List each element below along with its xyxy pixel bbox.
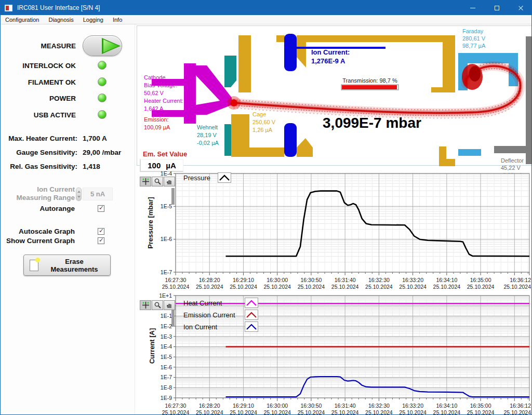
x-tick-time: 16:30:50 <box>300 277 322 283</box>
window-title: IRC081 User Interface [S/N 4] <box>17 4 100 11</box>
gauge-sensitivity-value: 29,00 /mbar <box>83 149 121 156</box>
x-tick-time: 16:30:00 <box>267 403 288 409</box>
cursor-tool-button[interactable] <box>140 300 151 310</box>
x-tick-time: 16:32:30 <box>368 277 390 283</box>
x-tick-time: 16:36:12 <box>510 403 531 409</box>
wehnelt-electrode-top <box>224 56 236 87</box>
x-tick-time: 16:30:00 <box>267 277 288 283</box>
autorange-label: Autorange <box>1 205 75 212</box>
emission-label: Emission: <box>144 116 169 123</box>
erase-measurements-button[interactable]: Erase Measurements <box>23 255 111 276</box>
ion-current-legend: Ion Current <box>183 322 258 332</box>
y-tick-label: 1E-6 <box>161 364 172 370</box>
x-tick-time: 16:35:00 <box>470 277 491 283</box>
menu-bar: Configuration Diagnosis Logging Info <box>1 15 532 24</box>
x-tick-date: 25.10.2024 <box>298 409 325 415</box>
pressure-legend-label: Pressure <box>183 174 210 182</box>
interlock-label: INTERLOCK OK <box>1 62 76 70</box>
x-tick-date: 25.10.2024 <box>433 409 461 415</box>
maximize-button[interactable] <box>485 1 509 15</box>
pressure-graph[interactable]: 1E-41E-51E-61E-716:27:3025.10.202416:28:… <box>137 166 532 291</box>
measure-toggle[interactable] <box>83 35 122 56</box>
emission-current-legend: Emission Current <box>183 310 258 320</box>
y-tick-label: 1E-7 <box>161 269 172 275</box>
pan-tool-button[interactable] <box>164 177 175 186</box>
x-tick-date: 25.10.2024 <box>365 284 393 290</box>
svg-text:98,77 µA: 98,77 µA <box>462 43 486 49</box>
zoom-tool-button[interactable] <box>152 300 163 310</box>
menu-logging[interactable]: Logging <box>78 16 108 24</box>
power-label: POWER <box>1 95 76 102</box>
max-heater-label: Max. Heater Current: <box>1 135 77 142</box>
heat-current-legend: Heat Current <box>183 298 258 308</box>
x-tick-date: 25.10.2024 <box>331 284 359 290</box>
pressure-readout: 3,099E-7 mbar <box>323 115 421 131</box>
x-tick-time: 16:27:30 <box>165 277 187 283</box>
x-tick-date: 25.10.2024 <box>230 409 257 415</box>
control-panel: MEASURE INTERLOCK OK FILAMENT OK POWER U… <box>1 24 135 415</box>
wehnelt-label: Wehnelt <box>197 124 218 130</box>
x-tick-time: 16:29:10 <box>233 277 254 283</box>
pressure-legend-sample[interactable] <box>218 172 231 183</box>
autorange-checkbox[interactable] <box>98 205 104 212</box>
transmission-label: Transmission: 98,7 % <box>342 77 397 84</box>
menu-info[interactable]: Info <box>108 16 127 24</box>
em-set-value-label: Em. Set Value <box>143 150 187 158</box>
pressure-legend: Pressure <box>183 172 231 183</box>
transmission-bar-fill <box>342 85 397 89</box>
svg-text:28,19 V: 28,19 V <box>197 132 217 138</box>
cathode-label: Cathode <box>144 74 166 81</box>
rel-gas-sensitivity-value: 1,418 <box>83 163 100 170</box>
pressure-axis-label: Pressure [mbar] <box>147 181 155 264</box>
extractor-electrode-bottom <box>284 123 297 157</box>
zoom-tool-button[interactable] <box>152 177 163 186</box>
y-tick-label: 1E-9 <box>161 395 172 401</box>
y-tick-label: 1E-8 <box>161 384 172 391</box>
x-tick-date: 25.10.2024 <box>433 284 461 290</box>
usb-label: USB ACTIVE <box>1 111 76 119</box>
svg-text:280,61 V: 280,61 V <box>462 35 486 42</box>
cursor-tool-button[interactable] <box>140 177 151 186</box>
minimize-icon <box>470 8 475 8</box>
y-tick-label: 1E-7 <box>161 374 172 380</box>
cathode-electrode <box>152 63 232 124</box>
menu-configuration[interactable]: Configuration <box>1 16 44 24</box>
svg-text:Bias Voltage:: Bias Voltage: <box>144 82 177 88</box>
title-bar: IRC081 User Interface [S/N 4] <box>1 1 532 15</box>
x-tick-time: 16:31:40 <box>335 403 356 409</box>
interlock-led <box>98 61 107 70</box>
menu-diagnosis[interactable]: Diagnosis <box>44 16 78 24</box>
x-tick-date: 25.10.2024 <box>399 284 427 290</box>
pan-tool-button[interactable] <box>164 300 175 310</box>
x-tick-time: 16:31:40 <box>335 277 356 283</box>
y-tick-label: 1E+1 <box>159 292 172 299</box>
app-window: IRC081 User Interface [S/N 4] Configurat… <box>0 0 532 415</box>
close-button[interactable] <box>509 1 532 15</box>
current-axis-label: Current [A] <box>148 304 156 387</box>
svg-text:1,26 µA: 1,26 µA <box>252 127 273 133</box>
range-spinner[interactable] <box>76 188 82 201</box>
x-tick-date: 25.10.2024 <box>399 409 427 415</box>
extractor-electrode-top <box>284 34 297 71</box>
range-label: Ion Current Measuring Range <box>1 185 75 202</box>
x-tick-time: 16:33:20 <box>402 277 423 283</box>
autoscale-checkbox[interactable] <box>98 228 104 235</box>
x-tick-time: 16:34:10 <box>436 277 457 283</box>
svg-text:50,62 V: 50,62 V <box>144 90 164 96</box>
x-tick-date: 25.10.2024 <box>263 284 291 290</box>
range-value[interactable]: 5 nA <box>83 188 113 200</box>
y-tick-label: 1E-2 <box>161 323 172 329</box>
y-tick-label: 1E-3 <box>161 333 172 340</box>
current-graph-tools <box>140 300 175 310</box>
minimize-button[interactable] <box>461 1 485 15</box>
x-tick-time: 16:32:30 <box>368 403 390 409</box>
filament-label: FILAMENT OK <box>1 78 76 86</box>
x-tick-date: 25.10.2024 <box>196 284 223 290</box>
x-tick-time: 16:36:12 <box>510 277 531 283</box>
x-tick-time: 16:28:20 <box>199 403 220 409</box>
close-icon <box>518 5 524 11</box>
show-current-label: Show Current Graph <box>1 237 75 245</box>
x-tick-time: 16:27:30 <box>165 403 187 409</box>
usb-led <box>98 110 107 119</box>
show-current-checkbox[interactable] <box>98 237 104 244</box>
